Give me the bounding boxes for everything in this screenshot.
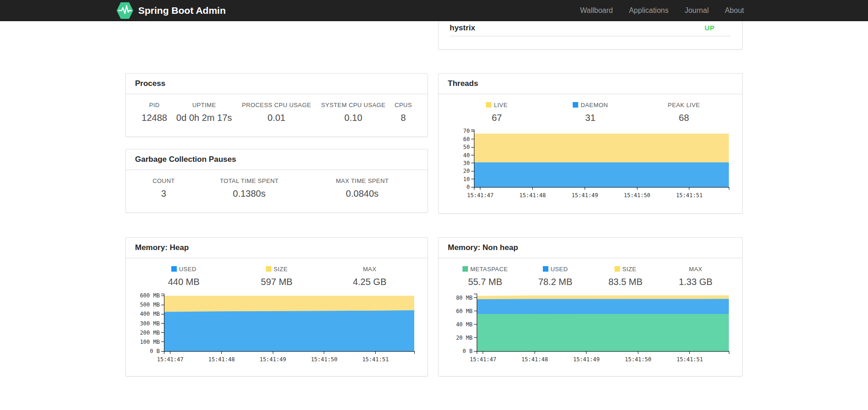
svg-text:300 MB: 300 MB <box>140 320 160 327</box>
left-column: Process PID 12488 UPTIME 0d 0h 2m 17s PR… <box>125 73 428 213</box>
threads-panel: Threads LIVE 67 DAEMON 31 PEAK LIVE 68 <box>438 73 743 214</box>
stat-threads-daemon: DAEMON 31 <box>544 102 637 123</box>
svg-text:400 MB: 400 MB <box>140 311 160 317</box>
memory-heap-stats: USED 440 MB SIZE 597 MB MAX 4.25 GB <box>137 266 416 287</box>
health-service-name: hystrix <box>450 23 475 33</box>
stat-threads-peak-live: PEAK LIVE 68 <box>637 102 731 123</box>
pulse-hexagon-icon <box>117 1 133 20</box>
legend-swatch-daemon-icon <box>573 102 578 108</box>
brand-link[interactable]: Spring Boot Admin <box>117 1 226 20</box>
navbar-links: Wallboard Applications Journal About <box>564 6 744 15</box>
svg-text:15:41:48: 15:41:48 <box>519 192 546 199</box>
svg-text:15:41:47: 15:41:47 <box>157 356 184 363</box>
stat-nonheap-metaspace: METASPACE 55.7 MB <box>450 266 520 287</box>
svg-text:60 MB: 60 MB <box>456 308 473 314</box>
memory-nonheap-panel: Memory: Non heap METASPACE 55.7 MB USED … <box>438 237 743 376</box>
svg-text:15:41:50: 15:41:50 <box>625 356 651 363</box>
stat-gc-total-time: TOTAL TIME SPENT 0.1380s <box>190 177 309 199</box>
svg-text:600 MB: 600 MB <box>140 292 160 299</box>
stat-heap-size: SIZE 597 MB <box>230 266 323 287</box>
process-panel: Process PID 12488 UPTIME 0d 0h 2m 17s PR… <box>125 73 428 137</box>
stat-cpus: CPUS 8 <box>390 102 416 123</box>
svg-text:50: 50 <box>463 144 470 150</box>
gc-stats: COUNT 3 TOTAL TIME SPENT 0.1380s MAX TIM… <box>137 177 416 199</box>
stat-pid: PID 12488 <box>137 102 171 123</box>
health-panel: hystrix UP <box>438 21 743 50</box>
stat-heap-max: MAX 4.25 GB <box>323 266 416 287</box>
svg-text:20 MB: 20 MB <box>456 335 473 341</box>
brand-title: Spring Boot Admin <box>138 5 226 16</box>
svg-text:60: 60 <box>463 136 470 142</box>
stat-process-cpu-usage: PROCESS CPU USAGE 0.01 <box>237 102 316 123</box>
svg-text:15:41:50: 15:41:50 <box>311 356 338 363</box>
svg-text:200 MB: 200 MB <box>140 330 160 336</box>
panel-title-process: Process <box>126 74 428 94</box>
svg-text:15:41:51: 15:41:51 <box>676 192 703 199</box>
stat-uptime: UPTIME 0d 0h 2m 17s <box>171 102 237 123</box>
stat-nonheap-size: SIZE 83.5 MB <box>591 266 661 287</box>
process-stats: PID 12488 UPTIME 0d 0h 2m 17s PROCESS CP… <box>137 102 416 123</box>
panel-title-gc: Garbage Collection Pauses <box>126 149 428 170</box>
svg-text:40: 40 <box>463 152 470 159</box>
svg-text:15:41:48: 15:41:48 <box>521 356 548 363</box>
legend-swatch-size-icon <box>614 266 620 272</box>
svg-text:10: 10 <box>463 176 470 182</box>
stat-nonheap-used: USED 78.2 MB <box>520 266 591 287</box>
svg-text:15:41:49: 15:41:49 <box>573 356 600 363</box>
nav-item-journal[interactable]: Journal <box>685 6 709 15</box>
stat-system-cpu-usage: SYSTEM CPU USAGE 0.10 <box>316 102 390 123</box>
stat-nonheap-max: MAX 1.33 GB <box>660 266 731 287</box>
stat-threads-live: LIVE 67 <box>450 102 544 123</box>
status-badge: UP <box>705 24 731 32</box>
gc-panel: Garbage Collection Pauses COUNT 3 TOTAL … <box>125 149 428 213</box>
nav-item-applications[interactable]: Applications <box>629 6 668 15</box>
svg-text:15:41:47: 15:41:47 <box>467 192 494 199</box>
memory-heap-chart: 0 B100 MB200 MB300 MB400 MB500 MB600 MB1… <box>137 292 417 364</box>
memory-nonheap-chart: 0 B20 MB40 MB60 MB80 MB15:41:4715:41:481… <box>450 292 732 364</box>
legend-swatch-live-icon <box>486 102 491 108</box>
svg-text:0: 0 <box>467 184 470 190</box>
svg-text:100 MB: 100 MB <box>140 339 160 345</box>
svg-text:500 MB: 500 MB <box>140 302 160 308</box>
svg-text:70: 70 <box>463 128 470 134</box>
legend-swatch-metaspace-icon <box>462 266 468 272</box>
threads-chart: 01020304050607015:41:4715:41:4815:41:491… <box>450 128 732 200</box>
svg-text:80 MB: 80 MB <box>456 295 473 301</box>
svg-text:15:41:47: 15:41:47 <box>470 356 496 363</box>
stat-heap-used: USED 440 MB <box>137 266 230 287</box>
svg-text:30: 30 <box>463 160 470 166</box>
nav-item-wallboard[interactable]: Wallboard <box>580 6 613 15</box>
svg-text:0 B: 0 B <box>462 348 473 354</box>
svg-text:0 B: 0 B <box>150 348 160 354</box>
top-navbar: Spring Boot Admin Wallboard Applications… <box>0 0 868 21</box>
legend-swatch-size-icon <box>266 266 271 272</box>
svg-text:15:41:50: 15:41:50 <box>624 192 650 199</box>
svg-text:15:41:49: 15:41:49 <box>572 192 598 199</box>
svg-text:40 MB: 40 MB <box>456 321 473 328</box>
svg-text:15:41:48: 15:41:48 <box>208 356 235 363</box>
stat-gc-count: COUNT 3 <box>137 177 190 199</box>
legend-swatch-used-icon <box>543 266 548 272</box>
stat-gc-max-time: MAX TIME SPENT 0.0840s <box>308 177 416 199</box>
memory-heap-panel: Memory: Heap USED 440 MB SIZE 597 MB MAX… <box>125 237 428 376</box>
panel-title-memory-heap: Memory: Heap <box>126 238 428 258</box>
svg-text:20: 20 <box>463 168 470 174</box>
threads-stats: LIVE 67 DAEMON 31 PEAK LIVE 68 <box>450 102 731 123</box>
memory-nonheap-stats: METASPACE 55.7 MB USED 78.2 MB SIZE 83.5… <box>450 266 731 287</box>
svg-text:15:41:51: 15:41:51 <box>362 356 389 363</box>
health-row-hystrix: hystrix UP <box>450 21 731 36</box>
svg-text:15:41:51: 15:41:51 <box>676 356 703 363</box>
legend-swatch-used-icon <box>171 266 177 272</box>
panel-title-memory-nonheap: Memory: Non heap <box>439 238 742 258</box>
panel-title-threads: Threads <box>439 74 742 94</box>
svg-text:15:41:49: 15:41:49 <box>259 356 286 363</box>
nav-item-about[interactable]: About <box>725 6 744 15</box>
